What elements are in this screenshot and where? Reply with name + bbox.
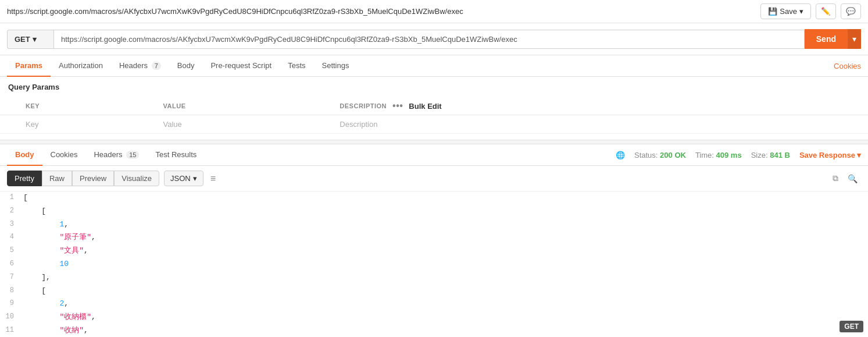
response-tab-body[interactable]: Body (7, 144, 42, 166)
method-select[interactable]: GET ▾ (7, 30, 53, 49)
line-content: [ (23, 285, 868, 297)
line-content: ], (23, 272, 868, 284)
get-badge: GET (840, 321, 863, 332)
line-number: 7 (0, 272, 23, 283)
comment-icon-button[interactable]: 💬 (841, 3, 861, 19)
wrap-button[interactable]: ≡ (207, 171, 219, 186)
copy-button[interactable]: ⧉ (829, 171, 842, 186)
params-table: KEY VALUE DESCRIPTION ••• Bulk Edit (0, 97, 868, 134)
request-tabs: Params Authorization Headers 7 Body Pre-… (7, 55, 357, 76)
size-label: Size: 841 B (751, 151, 790, 159)
view-tab-visualize[interactable]: Visualize (114, 171, 159, 186)
line-number: 3 (0, 219, 23, 230)
more-options-icon[interactable]: ••• (392, 101, 403, 111)
line-number: 1 (0, 192, 23, 203)
code-toolbar-left: Pretty Raw Preview Visualize JSON ▾ ≡ (7, 171, 219, 186)
line-number: 6 (0, 258, 23, 269)
line-content: [ (23, 192, 868, 204)
line-content: "原子筆", (23, 232, 868, 244)
line-number: 4 (0, 232, 23, 243)
request-tabs-row: Params Authorization Headers 7 Body Pre-… (0, 55, 868, 77)
th-value: VALUE (155, 97, 332, 115)
tab-settings[interactable]: Settings (314, 55, 358, 77)
save-button[interactable]: 💾 Save ▾ (760, 3, 811, 19)
line-number: 8 (0, 285, 23, 296)
description-cell[interactable]: Description (331, 115, 868, 134)
line-content: [ (23, 205, 868, 218)
tab-tests[interactable]: Tests (280, 55, 313, 77)
value-cell[interactable]: Value (155, 115, 332, 134)
line-number: 9 (0, 298, 23, 309)
line-number: 5 (0, 245, 23, 256)
response-tabs: Body Cookies Headers 15 Test Results (7, 144, 205, 165)
code-line: 10 "收納櫃", (0, 311, 868, 324)
status-label: Status: 200 OK (634, 151, 686, 159)
save-response-button[interactable]: Save Response ▾ (799, 151, 861, 159)
line-number: 10 (0, 311, 23, 322)
code-line: 7 ], (0, 271, 868, 285)
line-content: 10 (23, 258, 868, 271)
save-dropdown-icon: ▾ (799, 7, 803, 16)
response-tabs-row: Body Cookies Headers 15 Test Results 🌐 S… (0, 144, 868, 166)
tab-authorization[interactable]: Authorization (51, 55, 111, 77)
send-dropdown-button[interactable]: ▾ (848, 29, 861, 49)
tab-params[interactable]: Params (7, 55, 51, 77)
row-checkbox (0, 115, 17, 134)
line-content: "文具", (23, 245, 868, 257)
request-bar: GET ▾ Send ▾ (0, 23, 868, 55)
tab-pre-request-script[interactable]: Pre-request Script (202, 55, 280, 77)
code-line: 6 10 (0, 258, 868, 271)
description-col-label: DESCRIPTION (340, 102, 387, 109)
method-label: GET (15, 35, 30, 44)
key-cell[interactable]: Key (17, 115, 155, 134)
tab-headers[interactable]: Headers 7 (111, 55, 169, 77)
url-input[interactable] (53, 30, 805, 49)
code-line: 1[ (0, 191, 868, 205)
tab-body[interactable]: Body (169, 55, 203, 77)
table-row: Key Value Description (0, 115, 868, 134)
view-tab-raw[interactable]: Raw (42, 171, 72, 186)
search-button[interactable]: 🔍 (844, 172, 861, 186)
format-dropdown-icon: ▾ (193, 174, 197, 183)
query-params-section: Query Params KEY VALUE DESCRIPTION ••• B… (0, 77, 868, 134)
view-tab-preview[interactable]: Preview (72, 171, 114, 186)
line-number: 2 (0, 205, 23, 217)
time-label: Time: 409 ms (695, 151, 742, 159)
code-line: 4 "原子筆", (0, 231, 868, 244)
top-bar-url: https://script.google.com/macros/s/AKfyc… (7, 7, 463, 16)
query-params-label: Query Params (0, 77, 868, 97)
response-tab-headers[interactable]: Headers 15 (85, 144, 147, 166)
code-line: 2 [ (0, 205, 868, 218)
code-line: 9 2, (0, 297, 868, 311)
line-content: 2, (23, 298, 868, 310)
save-icon: 💾 (768, 7, 777, 16)
edit-icon-button[interactable]: ✏️ (816, 3, 836, 19)
response-headers-badge: 15 (126, 151, 139, 159)
th-description: DESCRIPTION ••• Bulk Edit (331, 97, 868, 115)
top-bar: https://script.google.com/macros/s/AKfyc… (0, 0, 868, 23)
response-status-icon: 🌐 (616, 151, 625, 159)
code-line: 11 "收納", (0, 324, 868, 337)
line-content: "收納", (23, 325, 868, 337)
line-number: 11 (0, 325, 23, 336)
section-divider (0, 140, 868, 144)
line-content: "收納櫃", (23, 311, 868, 324)
format-select[interactable]: JSON ▾ (164, 171, 203, 186)
top-bar-actions: 💾 Save ▾ ✏️ 💬 (760, 3, 861, 19)
code-toolbar: Pretty Raw Preview Visualize JSON ▾ ≡ ⧉ … (0, 166, 868, 191)
view-tabs: Pretty Raw Preview Visualize (7, 171, 159, 186)
code-line: 5 "文具", (0, 244, 868, 258)
code-line: 8 [ (0, 285, 868, 298)
response-tab-cookies[interactable]: Cookies (42, 144, 86, 166)
response-tab-test-results[interactable]: Test Results (147, 144, 205, 166)
send-button-group: Send ▾ (805, 29, 861, 49)
view-tab-pretty[interactable]: Pretty (7, 171, 42, 186)
code-area: 1[2 [3 1,4 "原子筆",5 "文具",6 107 ],8 [9 2,1… (0, 191, 868, 337)
headers-badge: 7 (152, 62, 161, 70)
th-key: KEY (17, 97, 155, 115)
cookies-link[interactable]: Cookies (834, 62, 861, 70)
send-button[interactable]: Send (805, 29, 848, 49)
format-label: JSON (170, 174, 191, 183)
bulk-edit-button[interactable]: Bulk Edit (409, 102, 441, 111)
code-toolbar-right: ⧉ 🔍 (829, 171, 861, 186)
